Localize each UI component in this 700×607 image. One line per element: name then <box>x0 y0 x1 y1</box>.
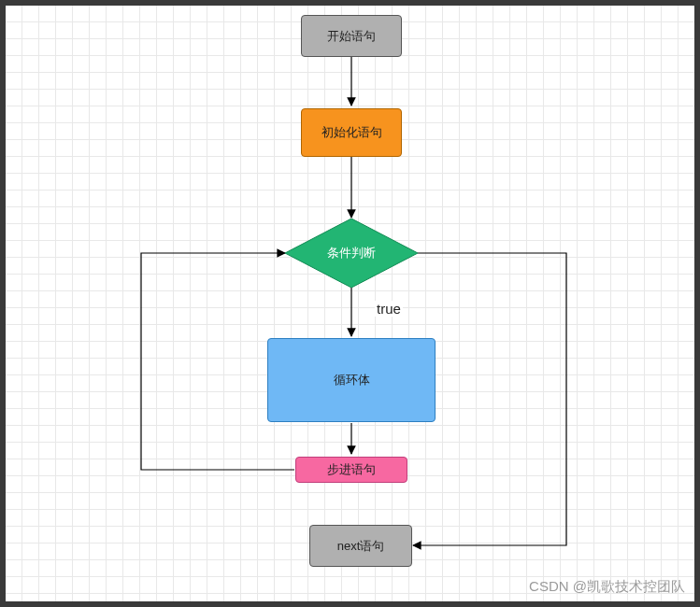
node-next-label: next语句 <box>337 538 385 555</box>
watermark: CSDN @凯歌技术控团队 <box>529 578 685 596</box>
node-condition[interactable]: 条件判断 <box>285 219 418 288</box>
edges-layer <box>6 6 694 601</box>
node-init[interactable]: 初始化语句 <box>301 108 402 157</box>
node-step-label: 步进语句 <box>327 461 376 478</box>
node-next[interactable]: next语句 <box>309 525 412 567</box>
node-body[interactable]: 循环体 <box>267 338 436 422</box>
edge-label-true: true <box>375 301 403 317</box>
node-start[interactable]: 开始语句 <box>301 15 402 57</box>
node-body-label: 循环体 <box>334 372 370 388</box>
node-condition-label: 条件判断 <box>327 245 376 261</box>
node-init-label: 初始化语句 <box>321 124 382 141</box>
node-step[interactable]: 步进语句 <box>295 457 407 483</box>
node-start-label: 开始语句 <box>327 28 376 45</box>
flowchart-canvas: 开始语句 初始化语句 条件判断 true 循环体 步进语句 next语句 CSD… <box>6 6 694 601</box>
